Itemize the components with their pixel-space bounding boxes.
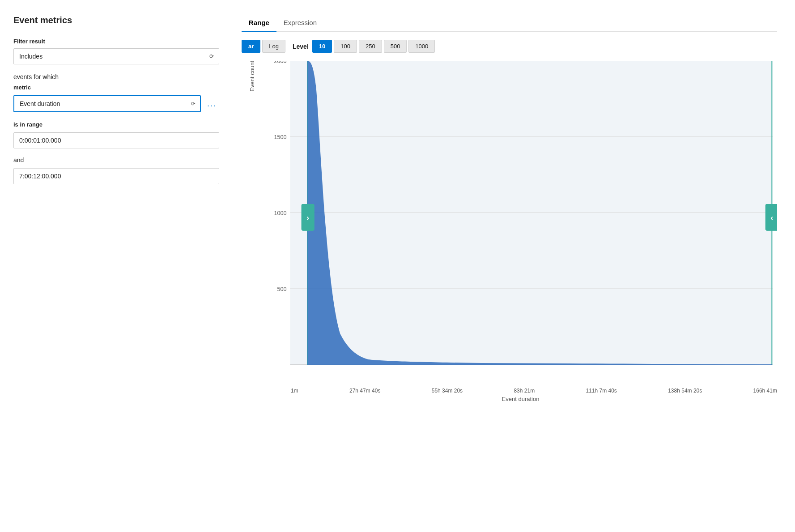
- metric-label: metric: [13, 84, 219, 91]
- metric-select[interactable]: Event duration Event count: [13, 95, 201, 112]
- chart-container: Event count 2000 1500: [242, 61, 777, 427]
- filter-result-wrapper: Includes Excludes ⟳: [13, 48, 219, 64]
- svg-text:›: ›: [306, 213, 309, 222]
- x-label-27h: 27h 47m 40s: [349, 388, 380, 394]
- metric-row: Event duration Event count ⟳ ...: [13, 95, 219, 112]
- panel-title: Event metrics: [13, 15, 219, 25]
- chart-svg-area: 2000 1500 1000 500: [264, 61, 777, 427]
- scale-btn-log[interactable]: Log: [262, 40, 285, 53]
- y-axis-label: Event count: [249, 61, 255, 92]
- metric-more-button[interactable]: ...: [204, 97, 219, 110]
- x-label-111h: 111h 7m 40s: [586, 388, 616, 394]
- range-start-input[interactable]: [13, 132, 219, 148]
- svg-text:1500: 1500: [274, 134, 286, 140]
- level-btn-250[interactable]: 250: [359, 40, 382, 53]
- chart-svg: 2000 1500 1000 500: [264, 61, 777, 383]
- x-label-1m: 1m: [291, 388, 298, 394]
- svg-text:1000: 1000: [274, 210, 286, 216]
- svg-text:‹: ‹: [770, 213, 773, 222]
- x-label-83h: 83h 21m: [514, 388, 535, 394]
- filter-result-select[interactable]: Includes Excludes: [13, 48, 219, 64]
- x-axis-labels: 1m 27h 47m 40s 55h 34m 20s 83h 21m 111h …: [264, 384, 777, 394]
- events-for-which-label: events for which: [13, 73, 219, 80]
- right-panel: Range Expression ar Log Level 10 100 250…: [228, 11, 786, 521]
- controls-row: ar Log Level 10 100 250 500 1000: [242, 40, 777, 53]
- level-label: Level: [293, 43, 309, 50]
- level-btn-10[interactable]: 10: [312, 40, 332, 53]
- x-axis-title: Event duration: [264, 396, 777, 402]
- level-btn-1000[interactable]: 1000: [408, 40, 435, 53]
- level-btn-500[interactable]: 500: [384, 40, 407, 53]
- and-label: and: [13, 156, 219, 164]
- tab-bar: Range Expression: [242, 15, 777, 32]
- svg-text:2000: 2000: [274, 61, 286, 64]
- y-axis-label-wrap: Event count: [242, 61, 264, 427]
- scale-btn-ar[interactable]: ar: [242, 40, 260, 53]
- range-end-input[interactable]: [13, 168, 219, 184]
- tab-expression[interactable]: Expression: [276, 15, 324, 32]
- level-btn-100[interactable]: 100: [334, 40, 357, 53]
- metric-select-wrapper: Event duration Event count ⟳: [13, 95, 201, 112]
- left-panel: Event metrics Filter result Includes Exc…: [9, 11, 228, 521]
- svg-text:500: 500: [277, 286, 286, 292]
- x-label-166h: 166h 41m: [753, 388, 777, 394]
- chart-inner: 2000 1500 1000 500: [264, 61, 777, 427]
- is-in-range-label: is in range: [13, 121, 219, 128]
- filter-result-label: Filter result: [13, 38, 219, 45]
- x-label-55h: 55h 34m 20s: [432, 388, 463, 394]
- tab-range[interactable]: Range: [242, 15, 276, 32]
- x-label-138h: 138h 54m 20s: [668, 388, 702, 394]
